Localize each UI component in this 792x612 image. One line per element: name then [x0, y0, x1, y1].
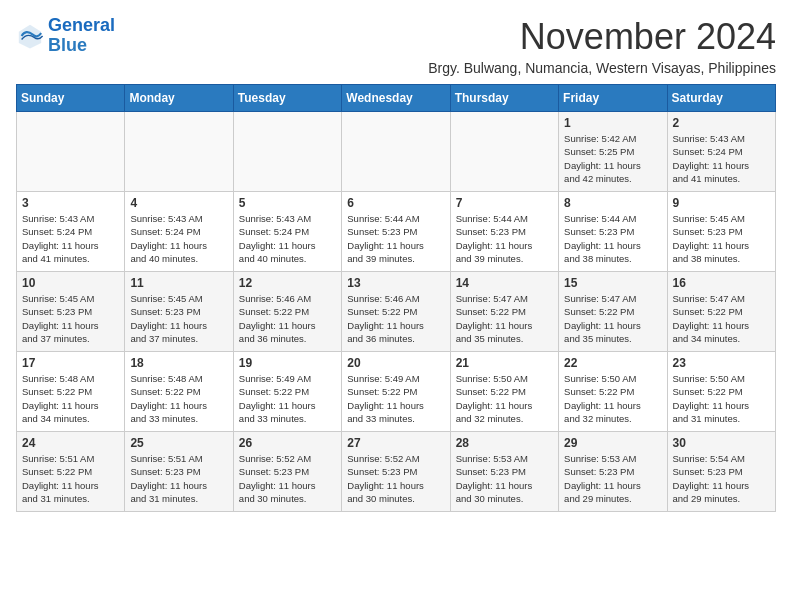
calendar-week-4: 17Sunrise: 5:48 AM Sunset: 5:22 PM Dayli… — [17, 352, 776, 432]
day-number: 22 — [564, 356, 661, 370]
calendar-cell: 17Sunrise: 5:48 AM Sunset: 5:22 PM Dayli… — [17, 352, 125, 432]
day-number: 5 — [239, 196, 336, 210]
day-number: 24 — [22, 436, 119, 450]
calendar-cell: 16Sunrise: 5:47 AM Sunset: 5:22 PM Dayli… — [667, 272, 775, 352]
calendar-cell — [125, 112, 233, 192]
calendar-cell — [233, 112, 341, 192]
day-info: Sunrise: 5:52 AM Sunset: 5:23 PM Dayligh… — [347, 452, 444, 505]
calendar-cell: 24Sunrise: 5:51 AM Sunset: 5:22 PM Dayli… — [17, 432, 125, 512]
day-number: 21 — [456, 356, 553, 370]
day-number: 27 — [347, 436, 444, 450]
calendar-cell: 25Sunrise: 5:51 AM Sunset: 5:23 PM Dayli… — [125, 432, 233, 512]
calendar-cell: 15Sunrise: 5:47 AM Sunset: 5:22 PM Dayli… — [559, 272, 667, 352]
day-info: Sunrise: 5:42 AM Sunset: 5:25 PM Dayligh… — [564, 132, 661, 185]
day-number: 29 — [564, 436, 661, 450]
day-number: 25 — [130, 436, 227, 450]
day-number: 1 — [564, 116, 661, 130]
day-number: 19 — [239, 356, 336, 370]
logo-icon — [16, 22, 44, 50]
day-info: Sunrise: 5:44 AM Sunset: 5:23 PM Dayligh… — [564, 212, 661, 265]
calendar-cell: 3Sunrise: 5:43 AM Sunset: 5:24 PM Daylig… — [17, 192, 125, 272]
calendar-cell: 7Sunrise: 5:44 AM Sunset: 5:23 PM Daylig… — [450, 192, 558, 272]
day-info: Sunrise: 5:51 AM Sunset: 5:22 PM Dayligh… — [22, 452, 119, 505]
location-subtitle: Brgy. Bulwang, Numancia, Western Visayas… — [428, 60, 776, 76]
day-info: Sunrise: 5:50 AM Sunset: 5:22 PM Dayligh… — [564, 372, 661, 425]
weekday-header-thursday: Thursday — [450, 85, 558, 112]
logo-text: General Blue — [48, 16, 115, 56]
calendar-cell — [342, 112, 450, 192]
day-info: Sunrise: 5:54 AM Sunset: 5:23 PM Dayligh… — [673, 452, 770, 505]
day-info: Sunrise: 5:47 AM Sunset: 5:22 PM Dayligh… — [673, 292, 770, 345]
day-number: 14 — [456, 276, 553, 290]
calendar-cell: 4Sunrise: 5:43 AM Sunset: 5:24 PM Daylig… — [125, 192, 233, 272]
calendar-cell: 22Sunrise: 5:50 AM Sunset: 5:22 PM Dayli… — [559, 352, 667, 432]
weekday-header-tuesday: Tuesday — [233, 85, 341, 112]
day-number: 30 — [673, 436, 770, 450]
page-header: General Blue November 2024 Brgy. Bulwang… — [16, 16, 776, 76]
day-info: Sunrise: 5:44 AM Sunset: 5:23 PM Dayligh… — [456, 212, 553, 265]
day-number: 20 — [347, 356, 444, 370]
day-info: Sunrise: 5:52 AM Sunset: 5:23 PM Dayligh… — [239, 452, 336, 505]
calendar-cell: 9Sunrise: 5:45 AM Sunset: 5:23 PM Daylig… — [667, 192, 775, 272]
day-number: 15 — [564, 276, 661, 290]
day-info: Sunrise: 5:53 AM Sunset: 5:23 PM Dayligh… — [564, 452, 661, 505]
calendar-cell — [450, 112, 558, 192]
month-title: November 2024 — [428, 16, 776, 58]
calendar-cell: 23Sunrise: 5:50 AM Sunset: 5:22 PM Dayli… — [667, 352, 775, 432]
calendar-cell: 13Sunrise: 5:46 AM Sunset: 5:22 PM Dayli… — [342, 272, 450, 352]
day-info: Sunrise: 5:47 AM Sunset: 5:22 PM Dayligh… — [564, 292, 661, 345]
calendar-week-2: 3Sunrise: 5:43 AM Sunset: 5:24 PM Daylig… — [17, 192, 776, 272]
calendar-cell: 30Sunrise: 5:54 AM Sunset: 5:23 PM Dayli… — [667, 432, 775, 512]
calendar-cell: 28Sunrise: 5:53 AM Sunset: 5:23 PM Dayli… — [450, 432, 558, 512]
day-number: 13 — [347, 276, 444, 290]
calendar-cell: 29Sunrise: 5:53 AM Sunset: 5:23 PM Dayli… — [559, 432, 667, 512]
calendar-cell: 2Sunrise: 5:43 AM Sunset: 5:24 PM Daylig… — [667, 112, 775, 192]
day-info: Sunrise: 5:45 AM Sunset: 5:23 PM Dayligh… — [130, 292, 227, 345]
day-number: 10 — [22, 276, 119, 290]
weekday-header-sunday: Sunday — [17, 85, 125, 112]
day-info: Sunrise: 5:45 AM Sunset: 5:23 PM Dayligh… — [673, 212, 770, 265]
weekday-header-monday: Monday — [125, 85, 233, 112]
day-number: 7 — [456, 196, 553, 210]
calendar-cell: 5Sunrise: 5:43 AM Sunset: 5:24 PM Daylig… — [233, 192, 341, 272]
calendar-cell: 19Sunrise: 5:49 AM Sunset: 5:22 PM Dayli… — [233, 352, 341, 432]
day-number: 4 — [130, 196, 227, 210]
day-info: Sunrise: 5:51 AM Sunset: 5:23 PM Dayligh… — [130, 452, 227, 505]
day-info: Sunrise: 5:45 AM Sunset: 5:23 PM Dayligh… — [22, 292, 119, 345]
day-number: 23 — [673, 356, 770, 370]
day-number: 2 — [673, 116, 770, 130]
day-info: Sunrise: 5:53 AM Sunset: 5:23 PM Dayligh… — [456, 452, 553, 505]
day-number: 16 — [673, 276, 770, 290]
calendar-cell: 27Sunrise: 5:52 AM Sunset: 5:23 PM Dayli… — [342, 432, 450, 512]
day-number: 17 — [22, 356, 119, 370]
calendar-table: SundayMondayTuesdayWednesdayThursdayFrid… — [16, 84, 776, 512]
logo: General Blue — [16, 16, 115, 56]
weekday-header-wednesday: Wednesday — [342, 85, 450, 112]
weekday-header-friday: Friday — [559, 85, 667, 112]
calendar-cell: 21Sunrise: 5:50 AM Sunset: 5:22 PM Dayli… — [450, 352, 558, 432]
logo-line2: Blue — [48, 35, 87, 55]
day-number: 8 — [564, 196, 661, 210]
day-info: Sunrise: 5:46 AM Sunset: 5:22 PM Dayligh… — [347, 292, 444, 345]
day-number: 12 — [239, 276, 336, 290]
day-number: 28 — [456, 436, 553, 450]
calendar-cell: 14Sunrise: 5:47 AM Sunset: 5:22 PM Dayli… — [450, 272, 558, 352]
calendar-cell: 11Sunrise: 5:45 AM Sunset: 5:23 PM Dayli… — [125, 272, 233, 352]
calendar-cell: 1Sunrise: 5:42 AM Sunset: 5:25 PM Daylig… — [559, 112, 667, 192]
day-info: Sunrise: 5:46 AM Sunset: 5:22 PM Dayligh… — [239, 292, 336, 345]
calendar-week-1: 1Sunrise: 5:42 AM Sunset: 5:25 PM Daylig… — [17, 112, 776, 192]
day-info: Sunrise: 5:43 AM Sunset: 5:24 PM Dayligh… — [22, 212, 119, 265]
title-block: November 2024 Brgy. Bulwang, Numancia, W… — [428, 16, 776, 76]
calendar-cell: 18Sunrise: 5:48 AM Sunset: 5:22 PM Dayli… — [125, 352, 233, 432]
calendar-cell: 12Sunrise: 5:46 AM Sunset: 5:22 PM Dayli… — [233, 272, 341, 352]
day-info: Sunrise: 5:43 AM Sunset: 5:24 PM Dayligh… — [239, 212, 336, 265]
calendar-cell: 8Sunrise: 5:44 AM Sunset: 5:23 PM Daylig… — [559, 192, 667, 272]
day-info: Sunrise: 5:43 AM Sunset: 5:24 PM Dayligh… — [130, 212, 227, 265]
calendar-week-5: 24Sunrise: 5:51 AM Sunset: 5:22 PM Dayli… — [17, 432, 776, 512]
day-number: 9 — [673, 196, 770, 210]
calendar-cell: 10Sunrise: 5:45 AM Sunset: 5:23 PM Dayli… — [17, 272, 125, 352]
day-number: 18 — [130, 356, 227, 370]
calendar-week-3: 10Sunrise: 5:45 AM Sunset: 5:23 PM Dayli… — [17, 272, 776, 352]
day-info: Sunrise: 5:48 AM Sunset: 5:22 PM Dayligh… — [130, 372, 227, 425]
day-info: Sunrise: 5:47 AM Sunset: 5:22 PM Dayligh… — [456, 292, 553, 345]
